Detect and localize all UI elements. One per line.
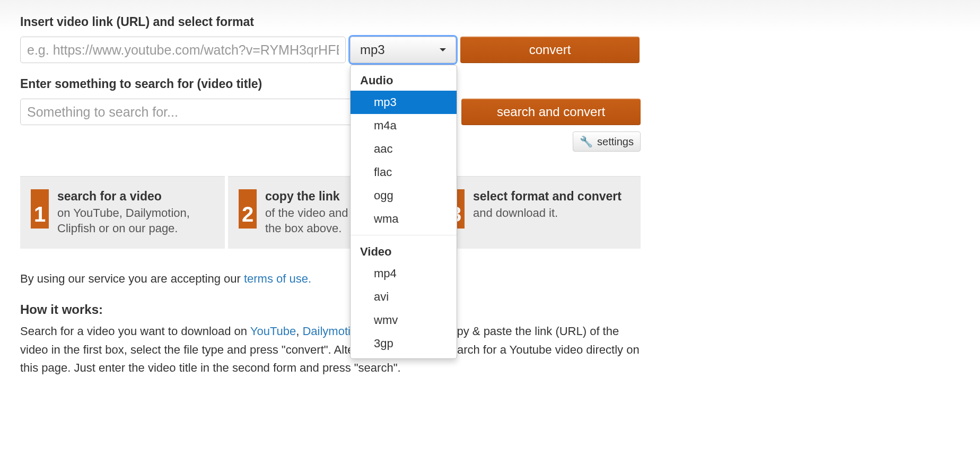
search-row: search and convert bbox=[20, 99, 960, 125]
youtube-link[interactable]: YouTube bbox=[250, 324, 296, 338]
search-convert-button[interactable]: search and convert bbox=[461, 99, 641, 125]
step-number: 2 bbox=[239, 189, 257, 229]
format-selected-label: mp3 bbox=[360, 42, 385, 57]
format-option-aac[interactable]: aac bbox=[351, 137, 457, 161]
convert-button[interactable]: convert bbox=[460, 37, 640, 63]
steps-row: 1 search for a video on YouTube, Dailymo… bbox=[20, 176, 641, 249]
step-number: 1 bbox=[31, 189, 49, 229]
dropdown-separator bbox=[351, 235, 457, 235]
settings-row: 🔧 settings bbox=[20, 131, 641, 152]
step-title: select format and convert bbox=[473, 189, 622, 204]
search-label: Enter something to search for (video tit… bbox=[20, 77, 960, 91]
search-group: Enter something to search for (video tit… bbox=[20, 77, 960, 152]
dropdown-group-audio: Audio bbox=[351, 68, 457, 91]
format-option-flac[interactable]: flac bbox=[351, 161, 457, 184]
step-3: 3 select format and convert and download… bbox=[436, 176, 641, 249]
format-option-3gp[interactable]: 3gp bbox=[351, 332, 457, 355]
wrench-icon: 🔧 bbox=[580, 135, 593, 148]
step-desc: and download it. bbox=[473, 206, 622, 221]
format-option-avi[interactable]: avi bbox=[351, 285, 457, 309]
dropdown-group-video: Video bbox=[351, 240, 457, 262]
url-label: Insert video link (URL) and select forma… bbox=[20, 15, 960, 29]
format-select[interactable]: mp3 bbox=[350, 37, 456, 63]
step-1: 1 search for a video on YouTube, Dailymo… bbox=[20, 176, 225, 249]
footer-text: By using our service you are accepting o… bbox=[20, 270, 641, 377]
format-option-wmv[interactable]: wmv bbox=[351, 309, 457, 332]
format-option-m4a[interactable]: m4a bbox=[351, 114, 457, 137]
step-desc: on YouTube, Dailymotion, Clipfish or on … bbox=[57, 206, 214, 236]
chevron-down-icon bbox=[440, 48, 446, 51]
settings-button-label: settings bbox=[597, 136, 634, 148]
format-option-ogg[interactable]: ogg bbox=[351, 184, 457, 207]
url-input[interactable] bbox=[20, 37, 346, 63]
url-group: Insert video link (URL) and select forma… bbox=[20, 15, 960, 63]
format-option-mp4[interactable]: mp4 bbox=[351, 262, 457, 285]
settings-button[interactable]: 🔧 settings bbox=[573, 131, 641, 152]
url-row: mp3 convert Audio mp3 m4a aac flac ogg w… bbox=[20, 37, 960, 63]
format-dropdown: Audio mp3 m4a aac flac ogg wma Video mp4… bbox=[350, 65, 457, 359]
step-title: search for a video bbox=[57, 189, 214, 204]
how-it-works-title: How it works: bbox=[20, 300, 641, 319]
format-option-wma[interactable]: wma bbox=[351, 207, 457, 231]
how-it-works-body: Search for a video you want to download … bbox=[20, 322, 641, 376]
terms-line: By using our service you are accepting o… bbox=[20, 270, 641, 288]
format-option-mp3[interactable]: mp3 bbox=[351, 91, 457, 114]
terms-link[interactable]: terms of use. bbox=[244, 272, 311, 285]
